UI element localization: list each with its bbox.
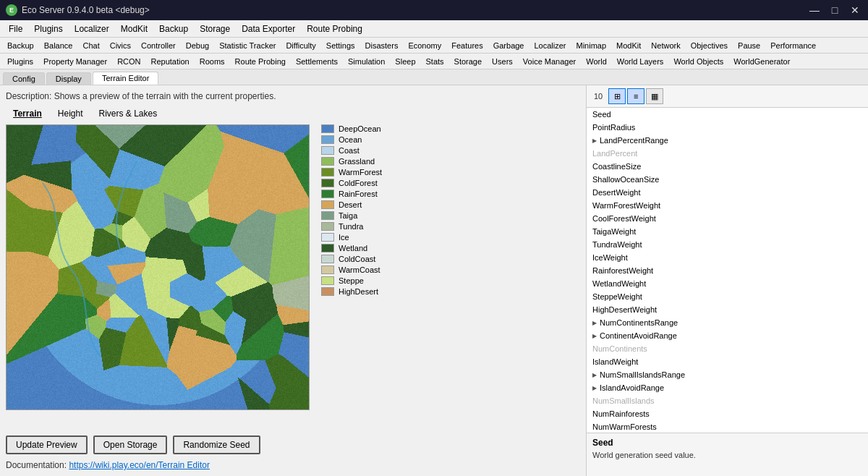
- sub-tab-terrain[interactable]: Terrain: [6, 107, 49, 120]
- legend-item-highdesert: HighDesert: [321, 287, 382, 296]
- toolbar-btn-economy[interactable]: Economy: [404, 41, 446, 51]
- toolbar-btn-worldgenerator[interactable]: WorldGenerator: [729, 56, 794, 67]
- sub-tab-rivers-&-lakes[interactable]: Rivers & Lakes: [91, 107, 164, 120]
- menu-item-route-probing[interactable]: Route Probing: [301, 22, 368, 35]
- menu-item-plugins[interactable]: Plugins: [28, 22, 68, 35]
- legend-color-steppe: [321, 276, 334, 285]
- menu-item-data-exporter[interactable]: Data Exporter: [236, 22, 301, 35]
- randomize-seed-button[interactable]: Randomize Seed: [173, 435, 260, 454]
- menu-item-file[interactable]: File: [3, 22, 28, 35]
- tab-config[interactable]: Config: [3, 72, 45, 85]
- legend-label-warmcoast: WarmCoast: [339, 265, 380, 274]
- toolbar-btn-backup[interactable]: Backup: [3, 41, 38, 51]
- toolbar-btn-disasters[interactable]: Disasters: [361, 41, 403, 51]
- toolbar-btn-garbage[interactable]: Garbage: [489, 41, 529, 51]
- prop-row-numcontinentsrange[interactable]: NumContinentsRange: [587, 316, 868, 329]
- prop-row-taigaweight[interactable]: TaigaWeight: [587, 225, 868, 238]
- seed-value: 10: [590, 90, 607, 102]
- prop-row-iceweight[interactable]: IceWeight: [587, 251, 868, 264]
- prop-row-tundraweight[interactable]: TundraWeight: [587, 238, 868, 251]
- toolbar-btn-statistic-tracker[interactable]: Statistic Tracker: [215, 41, 280, 51]
- toolbar-btn-route-probing[interactable]: Route Probing: [231, 56, 290, 67]
- toolbar-btn-performance[interactable]: Performance: [766, 41, 820, 51]
- prop-row-shallowoceansize[interactable]: ShallowOceanSize: [587, 173, 868, 186]
- toolbar-btn-modkit[interactable]: ModKit: [612, 41, 645, 51]
- grid-view-button[interactable]: ⊞: [608, 88, 626, 104]
- close-button[interactable]: ✕: [848, 3, 862, 17]
- prop-row-warmforestweight[interactable]: WarmForestWeight: [587, 199, 868, 212]
- toolbar-btn-storage[interactable]: Storage: [450, 56, 487, 67]
- toolbar-btn-localizer[interactable]: Localizer: [529, 41, 570, 51]
- menu-bar: FilePluginsLocalizerModKitBackupStorageD…: [0, 20, 868, 38]
- menu-item-storage[interactable]: Storage: [194, 22, 236, 35]
- toolbar-btn-reputation[interactable]: Reputation: [147, 56, 194, 67]
- toolbar-btn-settings[interactable]: Settings: [322, 41, 359, 51]
- toolbar-btn-debug[interactable]: Debug: [182, 41, 213, 51]
- legend-label-tundra: Tundra: [339, 222, 363, 231]
- legend-label-grassland: Grassland: [339, 157, 375, 166]
- tab-terrain-editor[interactable]: Terrain Editor: [93, 72, 158, 85]
- tab-display[interactable]: Display: [46, 72, 91, 85]
- toolbar-btn-world[interactable]: World: [582, 56, 611, 67]
- prop-row-highdesertweight[interactable]: HighDesertWeight: [587, 303, 868, 316]
- toolbar-btn-settlements[interactable]: Settlements: [292, 56, 342, 67]
- toolbar-btn-world-layers[interactable]: World Layers: [613, 56, 668, 67]
- toolbar-btn-features[interactable]: Features: [447, 41, 487, 51]
- toolbar-btn-voice-manager[interactable]: Voice Manager: [519, 56, 580, 67]
- prop-row-seed[interactable]: Seed: [587, 108, 868, 121]
- prop-row-numsmallislandsrange[interactable]: NumSmallIslandsRange: [587, 368, 868, 381]
- maximize-button[interactable]: □: [827, 3, 842, 17]
- prop-row-coolforestweight[interactable]: CoolForestWeight: [587, 212, 868, 225]
- toolbar-btn-difficulty[interactable]: Difficulty: [281, 41, 320, 51]
- minimize-button[interactable]: —: [807, 3, 822, 17]
- toolbar-btn-chat[interactable]: Chat: [78, 41, 103, 51]
- toolbar-btn-simulation[interactable]: Simulation: [344, 56, 389, 67]
- toolbar-btn-rcon[interactable]: RCON: [113, 56, 145, 67]
- detail-view-button[interactable]: ▦: [646, 88, 663, 104]
- prop-row-islandavoidrange[interactable]: IslandAvoidRange: [587, 381, 868, 394]
- prop-row-wetlandweight[interactable]: WetlandWeight: [587, 277, 868, 290]
- toolbar-btn-plugins[interactable]: Plugins: [3, 56, 38, 67]
- prop-row-numwarmforests[interactable]: NumWarmForests: [587, 420, 868, 433]
- toolbar-btn-stats[interactable]: Stats: [422, 56, 448, 67]
- open-storage-button[interactable]: Open Storage: [93, 435, 168, 454]
- toolbar-btn-rooms[interactable]: Rooms: [195, 56, 229, 67]
- toolbar-btn-controller[interactable]: Controller: [137, 41, 180, 51]
- legend-label-coast: Coast: [339, 146, 359, 155]
- prop-row-pointradius[interactable]: PointRadius: [587, 121, 868, 134]
- legend-item-wetland: Wetland: [321, 244, 382, 252]
- legend-item-coast: Coast: [321, 146, 382, 155]
- legend-item-desert: Desert: [321, 200, 382, 209]
- toolbar-btn-civics[interactable]: Civics: [106, 41, 135, 51]
- update-preview-button[interactable]: Update Preview: [6, 435, 88, 454]
- prop-row-numcontinents[interactable]: NumContinents: [587, 342, 868, 355]
- toolbar-btn-users[interactable]: Users: [488, 56, 517, 67]
- toolbar-btn-pause[interactable]: Pause: [733, 41, 765, 51]
- prop-row-numrainforests[interactable]: NumRainforests: [587, 407, 868, 420]
- documentation-link[interactable]: https://wiki.play.eco/en/Terrain Editor: [69, 460, 210, 470]
- toolbar-btn-sleep[interactable]: Sleep: [391, 56, 420, 67]
- prop-row-numsmallislands[interactable]: NumSmallIslands: [587, 394, 868, 407]
- prop-row-landpercent[interactable]: LandPercent: [587, 147, 868, 160]
- prop-row-islandweight[interactable]: IslandWeight: [587, 355, 868, 368]
- prop-row-landpercentrange[interactable]: LandPercentRange: [587, 134, 868, 147]
- legend-item-warmcoast: WarmCoast: [321, 265, 382, 274]
- toolbar-btn-property-manager[interactable]: Property Manager: [39, 56, 111, 67]
- prop-row-desertweight[interactable]: DesertWeight: [587, 186, 868, 199]
- sub-tab-height[interactable]: Height: [51, 107, 90, 120]
- menu-item-modkit[interactable]: ModKit: [115, 22, 153, 35]
- prop-row-coastlinesize[interactable]: CoastlineSize: [587, 160, 868, 173]
- toolbar-btn-network[interactable]: Network: [647, 41, 684, 51]
- prop-row-continentavoidrange[interactable]: ContinentAvoidRange: [587, 329, 868, 342]
- menu-item-localizer[interactable]: Localizer: [69, 22, 115, 35]
- window-controls[interactable]: — □ ✕: [807, 3, 862, 17]
- prop-row-rainforestweight[interactable]: RainforestWeight: [587, 264, 868, 277]
- toolbar-btn-minimap[interactable]: Minimap: [572, 41, 611, 51]
- toolbar-btn-balance[interactable]: Balance: [40, 41, 77, 51]
- toolbar-btn-world-objects[interactable]: World Objects: [669, 56, 728, 67]
- menu-item-backup[interactable]: Backup: [153, 22, 194, 35]
- prop-row-steppeweight[interactable]: SteppeWeight: [587, 290, 868, 303]
- list-view-button[interactable]: ≡: [627, 88, 644, 104]
- tab-row: ConfigDisplayTerrain Editor: [0, 69, 868, 85]
- toolbar-btn-objectives[interactable]: Objectives: [686, 41, 732, 51]
